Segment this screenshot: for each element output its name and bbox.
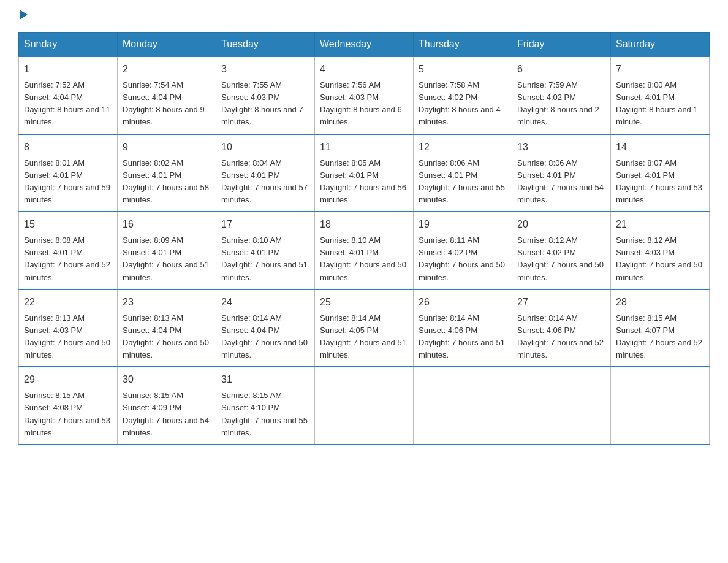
calendar-cell <box>414 367 512 445</box>
calendar-cell: 12 Sunrise: 8:06 AM Sunset: 4:01 PM Dayl… <box>414 134 512 212</box>
daylight-label: Daylight: 7 hours and 50 minutes. <box>517 260 604 282</box>
calendar-week-1: 1 Sunrise: 7:52 AM Sunset: 4:04 PM Dayli… <box>19 56 710 134</box>
sunset-label: Sunset: 4:01 PM <box>419 170 477 180</box>
logo-arrow-icon <box>20 10 28 20</box>
day-number: 14 <box>616 140 704 155</box>
sunrise-label: Sunrise: 8:15 AM <box>616 313 677 323</box>
sunset-label: Sunset: 4:06 PM <box>419 326 477 335</box>
day-number: 11 <box>320 140 408 155</box>
day-info: Sunrise: 8:15 AM Sunset: 4:07 PM Dayligh… <box>616 312 704 362</box>
day-number: 24 <box>221 295 309 310</box>
sunrise-label: Sunrise: 8:06 AM <box>517 158 578 167</box>
daylight-label: Daylight: 8 hours and 6 minutes. <box>320 105 402 126</box>
daylight-label: Daylight: 7 hours and 50 minutes. <box>419 260 505 282</box>
calendar-cell: 14 Sunrise: 8:07 AM Sunset: 4:01 PM Dayl… <box>611 134 710 212</box>
calendar-cell: 9 Sunrise: 8:02 AM Sunset: 4:01 PM Dayli… <box>118 134 216 212</box>
day-number: 25 <box>320 295 408 310</box>
daylight-label: Daylight: 8 hours and 9 minutes. <box>123 105 205 126</box>
sunrise-label: Sunrise: 8:05 AM <box>320 158 381 167</box>
sunset-label: Sunset: 4:01 PM <box>221 170 280 180</box>
daylight-label: Daylight: 7 hours and 52 minutes. <box>517 338 604 359</box>
sunrise-label: Sunrise: 8:12 AM <box>616 236 677 245</box>
sunrise-label: Sunrise: 8:08 AM <box>24 236 85 245</box>
sunrise-label: Sunrise: 8:00 AM <box>616 80 677 90</box>
sunrise-label: Sunrise: 8:14 AM <box>419 313 479 323</box>
day-number: 17 <box>221 217 309 232</box>
daylight-label: Daylight: 7 hours and 50 minutes. <box>24 338 110 359</box>
daylight-label: Daylight: 8 hours and 4 minutes. <box>419 105 501 126</box>
column-header-saturday: Saturday <box>611 33 710 57</box>
daylight-label: Daylight: 7 hours and 55 minutes. <box>221 416 308 437</box>
day-number: 9 <box>123 140 211 155</box>
sunrise-label: Sunrise: 8:07 AM <box>616 158 677 167</box>
day-number: 18 <box>320 217 408 232</box>
sunset-label: Sunset: 4:02 PM <box>419 248 477 257</box>
day-info: Sunrise: 8:11 AM Sunset: 4:02 PM Dayligh… <box>419 234 507 284</box>
calendar-header-row: SundayMondayTuesdayWednesdayThursdayFrid… <box>19 33 710 57</box>
calendar-cell: 23 Sunrise: 8:13 AM Sunset: 4:04 PM Dayl… <box>118 289 216 367</box>
sunset-label: Sunset: 4:01 PM <box>320 170 379 180</box>
day-info: Sunrise: 7:55 AM Sunset: 4:03 PM Dayligh… <box>221 79 309 129</box>
calendar-week-5: 29 Sunrise: 8:15 AM Sunset: 4:08 PM Dayl… <box>19 367 710 445</box>
sunset-label: Sunset: 4:01 PM <box>24 170 83 180</box>
day-number: 28 <box>616 295 704 310</box>
sunset-label: Sunset: 4:03 PM <box>221 93 280 102</box>
sunrise-label: Sunrise: 8:02 AM <box>123 158 183 167</box>
sunset-label: Sunset: 4:01 PM <box>123 248 181 257</box>
sunset-label: Sunset: 4:07 PM <box>616 326 675 335</box>
sunrise-label: Sunrise: 8:14 AM <box>320 313 381 323</box>
day-number: 31 <box>221 372 309 387</box>
calendar-cell: 28 Sunrise: 8:15 AM Sunset: 4:07 PM Dayl… <box>611 289 710 367</box>
calendar-cell: 29 Sunrise: 8:15 AM Sunset: 4:08 PM Dayl… <box>19 367 118 445</box>
sunset-label: Sunset: 4:01 PM <box>517 170 576 180</box>
sunset-label: Sunset: 4:09 PM <box>123 403 181 412</box>
sunrise-label: Sunrise: 7:58 AM <box>419 80 479 90</box>
column-header-sunday: Sunday <box>19 33 118 57</box>
calendar-cell <box>611 367 710 445</box>
day-info: Sunrise: 8:01 AM Sunset: 4:01 PM Dayligh… <box>24 157 112 207</box>
daylight-label: Daylight: 7 hours and 50 minutes. <box>123 338 209 359</box>
day-info: Sunrise: 8:00 AM Sunset: 4:01 PM Dayligh… <box>616 79 704 129</box>
logo <box>18 12 28 20</box>
sunrise-label: Sunrise: 8:11 AM <box>419 236 479 245</box>
sunrise-label: Sunrise: 8:01 AM <box>24 158 85 167</box>
day-info: Sunrise: 8:07 AM Sunset: 4:01 PM Dayligh… <box>616 157 704 207</box>
sunrise-label: Sunrise: 8:15 AM <box>123 391 183 400</box>
calendar-cell: 16 Sunrise: 8:09 AM Sunset: 4:01 PM Dayl… <box>118 212 216 289</box>
day-number: 16 <box>123 217 211 232</box>
column-header-thursday: Thursday <box>414 33 512 57</box>
daylight-label: Daylight: 8 hours and 11 minutes. <box>24 105 110 126</box>
sunrise-label: Sunrise: 7:54 AM <box>123 80 183 90</box>
daylight-label: Daylight: 7 hours and 51 minutes. <box>221 260 308 282</box>
day-info: Sunrise: 8:14 AM Sunset: 4:06 PM Dayligh… <box>517 312 605 362</box>
daylight-label: Daylight: 7 hours and 59 minutes. <box>24 183 110 204</box>
sunrise-label: Sunrise: 7:55 AM <box>221 80 282 90</box>
sunset-label: Sunset: 4:03 PM <box>320 93 379 102</box>
daylight-label: Daylight: 7 hours and 58 minutes. <box>123 183 209 204</box>
day-info: Sunrise: 7:56 AM Sunset: 4:03 PM Dayligh… <box>320 79 408 129</box>
daylight-label: Daylight: 7 hours and 51 minutes. <box>123 260 209 282</box>
daylight-label: Daylight: 7 hours and 56 minutes. <box>320 183 406 204</box>
day-number: 5 <box>419 62 507 77</box>
calendar-cell: 1 Sunrise: 7:52 AM Sunset: 4:04 PM Dayli… <box>19 56 118 134</box>
column-header-monday: Monday <box>118 33 216 57</box>
day-number: 26 <box>419 295 507 310</box>
sunrise-label: Sunrise: 8:09 AM <box>123 236 183 245</box>
day-info: Sunrise: 8:08 AM Sunset: 4:01 PM Dayligh… <box>24 234 112 284</box>
day-info: Sunrise: 8:06 AM Sunset: 4:01 PM Dayligh… <box>517 157 605 207</box>
sunset-label: Sunset: 4:04 PM <box>221 326 280 335</box>
calendar-cell: 5 Sunrise: 7:58 AM Sunset: 4:02 PM Dayli… <box>414 56 512 134</box>
calendar-cell: 31 Sunrise: 8:15 AM Sunset: 4:10 PM Dayl… <box>216 367 315 445</box>
day-number: 1 <box>24 62 112 77</box>
sunset-label: Sunset: 4:01 PM <box>123 170 181 180</box>
day-number: 7 <box>616 62 704 77</box>
daylight-label: Daylight: 7 hours and 53 minutes. <box>24 416 110 437</box>
day-info: Sunrise: 8:02 AM Sunset: 4:01 PM Dayligh… <box>123 157 211 207</box>
calendar-cell: 7 Sunrise: 8:00 AM Sunset: 4:01 PM Dayli… <box>611 56 710 134</box>
day-number: 2 <box>123 62 211 77</box>
sunrise-label: Sunrise: 8:04 AM <box>221 158 282 167</box>
sunrise-label: Sunrise: 8:10 AM <box>221 236 282 245</box>
day-number: 8 <box>24 140 112 155</box>
sunrise-label: Sunrise: 8:15 AM <box>24 391 85 400</box>
calendar-cell <box>512 367 611 445</box>
